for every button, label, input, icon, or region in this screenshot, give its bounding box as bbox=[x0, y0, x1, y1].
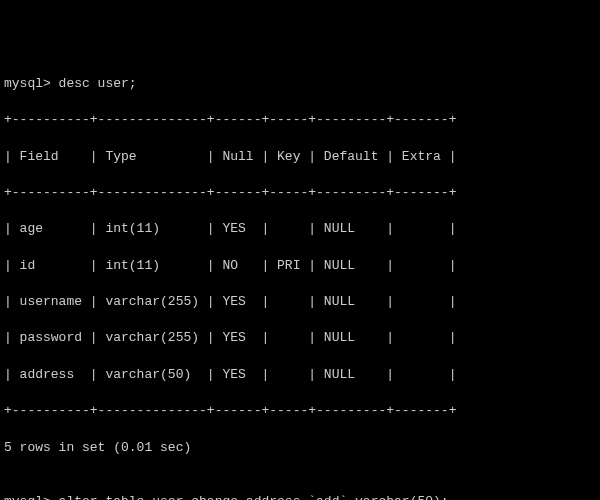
table1-row: | id | int(11) | NO | PRI | NULL | | bbox=[4, 257, 596, 275]
table1-row: | username | varchar(255) | YES | | NULL… bbox=[4, 293, 596, 311]
table1-border-top: +----------+--------------+------+-----+… bbox=[4, 111, 596, 129]
table1-row: | password | varchar(255) | YES | | NULL… bbox=[4, 329, 596, 347]
table1-border-bot: +----------+--------------+------+-----+… bbox=[4, 402, 596, 420]
table1-row: | age | int(11) | YES | | NULL | | bbox=[4, 220, 596, 238]
result-1: 5 rows in set (0.01 sec) bbox=[4, 439, 596, 457]
table1-header: | Field | Type | Null | Key | Default | … bbox=[4, 148, 596, 166]
table1-border-mid: +----------+--------------+------+-----+… bbox=[4, 184, 596, 202]
table1-row: | address | varchar(50) | YES | | NULL |… bbox=[4, 366, 596, 384]
mysql-prompt-1: mysql> desc user; bbox=[4, 75, 596, 93]
mysql-prompt-2: mysql> alter table user change address `… bbox=[4, 493, 596, 500]
